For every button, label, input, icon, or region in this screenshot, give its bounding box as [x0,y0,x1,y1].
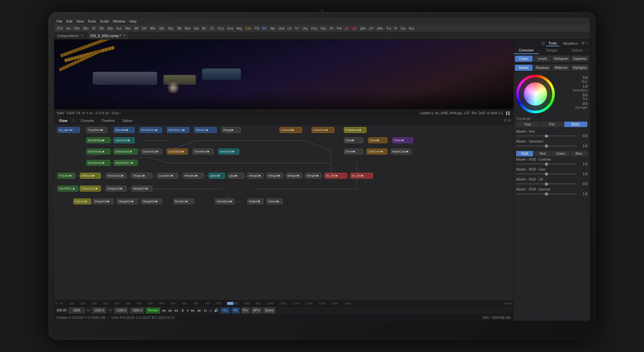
node-shape1[interactable]: Shape1■ [131,173,152,179]
pb-transport[interactable]: ⏮ ⏮ ⏮ ⏸ ▶ ⏭ ⏭ ⏯ ↺ [162,308,213,313]
slider-contrast-thumb[interactable] [545,162,548,166]
rgb-tab-rgb[interactable]: RGB [516,151,533,156]
slider-gain-track[interactable] [516,173,576,174]
tool-blur[interactable]: Blur [184,26,192,31]
ng-tab-timeline[interactable]: Timeline [99,118,117,123]
tool-bg[interactable]: BG [261,26,268,31]
slider-lift-thumb[interactable] [545,182,548,186]
node-texture2[interactable]: Texture012■ [80,186,101,191]
color-wheel-container[interactable] [516,75,555,113]
tint-btn-full[interactable]: Full [540,122,564,127]
tool-uky[interactable]: UKy [319,26,328,31]
slider-gain-row[interactable]: 1.0 [516,172,587,176]
rp-tab-modifiers[interactable]: Modifiers [561,41,580,46]
node-glowout1[interactable]: GlowO■ [267,199,283,204]
tool-pri[interactable]: Pri [328,26,335,31]
tool-fn[interactable]: FN [253,26,260,31]
tool-xf[interactable]: Xf [393,26,398,31]
color-tab-colors[interactable]: Colors [515,56,533,62]
rgb-tab-red[interactable]: Red [534,151,551,156]
node-gamma31[interactable]: Gamma31■ [141,149,162,154]
node-spglobal2[interactable]: SpGlobal1:1■ [114,160,138,166]
lut-icon[interactable]: LUT [464,111,470,115]
node-gray1[interactable]: gray■ [228,173,244,179]
tool-3c[interactable]: 3C [90,26,97,31]
tool-crp[interactable]: Crp [399,26,407,31]
aprx-button[interactable]: APrx [251,308,262,313]
slider-hue-thumb[interactable] [545,134,548,138]
fit-label[interactable]: Fit [77,111,80,115]
pb-volume-icon[interactable]: 🔊 [214,308,219,312]
node-brightness1[interactable]: Brightness■ [344,127,366,133]
node-merge6[interactable]: Merge022■ [131,186,152,191]
tool-ptr[interactable]: pTr [368,26,375,31]
node-earth1[interactable]: ✦EARTH_■ [57,186,78,191]
tool-lky[interactable]: LKy [301,26,309,31]
tone-tab-master[interactable]: Master [515,65,533,71]
pb-dur-field[interactable] [130,308,144,313]
slider-gain-thumb[interactable] [545,172,548,176]
tool-ccv[interactable]: CCv [216,26,225,31]
node-color-corr[interactable]: ColorCorr■ [312,127,334,133]
tool-3m[interactable]: 3m [65,26,72,31]
node-direction1[interactable]: DirectionaL■ [86,149,110,154]
node-transform2[interactable]: Transform■ [193,149,213,154]
node-glowstars1[interactable]: GlowStars■ [215,199,234,204]
node-merge3[interactable]: Merge3■ [267,173,283,179]
slider-hue-row[interactable]: 0.0 [516,134,587,138]
tool-3di[interactable]: 3Di [98,26,105,31]
tool-3txt[interactable]: 3Txt [55,26,64,31]
pb-out-field[interactable] [92,308,106,313]
node-location1[interactable]: Location1■ [157,173,178,179]
tool-ld[interactable]: LD [286,26,293,31]
tool-pie[interactable]: pIE [351,26,358,31]
mb-button[interactable]: MB [232,308,240,313]
node-channel1[interactable]: Channel■ [279,127,302,133]
slider-sat-row[interactable]: 1.0 [516,144,587,148]
node-ssao2[interactable]: SSAO3:1:2■ [167,127,189,133]
ng-tab-flow[interactable]: Flow [57,118,70,123]
menu-view[interactable]: View [76,19,84,23]
tint-btn-better[interactable]: Better [564,122,587,127]
tool-mrg[interactable]: Mrg [235,26,243,31]
menu-tools[interactable]: Tools [88,19,96,23]
slider-gamma-track[interactable] [516,193,576,194]
tool-3rn[interactable]: 3Rn [148,26,157,31]
node-direction3[interactable]: DirectionaL■ [86,160,110,166]
tool-rsz[interactable]: Rsz [408,26,416,31]
rp-help-icon[interactable]: ? [586,42,588,45]
node-shape3[interactable]: Shape102■ [93,199,114,204]
tool-3re[interactable]: 3Re [124,26,132,31]
node-decoder1[interactable]: Decoder■ [114,127,135,133]
tool-3m2[interactable]: 3M [133,26,140,31]
pb-end-field[interactable] [114,308,128,313]
slider-lift-track[interactable] [516,183,576,184]
node-divert2[interactable]: Divert■ [344,149,363,154]
color-tab-histogram[interactable]: Histogram [552,56,570,62]
dod-icon[interactable]: DoD [478,111,485,115]
node-merge1[interactable]: Merge■ [222,127,241,133]
ng-tab-console[interactable]: Console [78,118,96,123]
tint-btn-fast[interactable]: Fast [516,122,539,127]
node-merge2[interactable]: Merge2■ [247,173,263,179]
tool-3lo[interactable]: 3Lo [115,26,123,31]
node-flare1[interactable]: Flare1■ [392,137,413,143]
rgb-tab-green[interactable]: Green [552,151,569,156]
slider-sat-thumb[interactable] [545,144,548,148]
sec-tab-ranges[interactable]: Ranges [539,47,564,54]
node-transform1[interactable]: Transform■ [86,127,107,133]
pb-start-field[interactable] [69,308,85,313]
node-billboard1[interactable]: Billboard■ [80,173,101,179]
node-render2[interactable]: Render1■ [173,199,194,204]
tool-3sh[interactable]: 3Sh [72,26,81,31]
slider-contrast-row[interactable]: 1.0 [516,162,587,166]
tool-pe[interactable]: pE [344,26,350,31]
node-direction2[interactable]: DirectionaL■ [114,149,138,154]
tool-txt[interactable]: Txt+ [244,26,253,31]
tool-3bl[interactable]: 3Bl [176,26,183,31]
node-texture1[interactable]: Texture012■ [106,173,127,179]
node-ssao1[interactable]: SSAO3:2:1■ [139,127,162,133]
node-spglobal1[interactable]: SpGlobal1■ [167,149,188,154]
tool-nte[interactable]: Nte [269,26,277,31]
hiq-button[interactable]: HiQ [221,308,229,313]
